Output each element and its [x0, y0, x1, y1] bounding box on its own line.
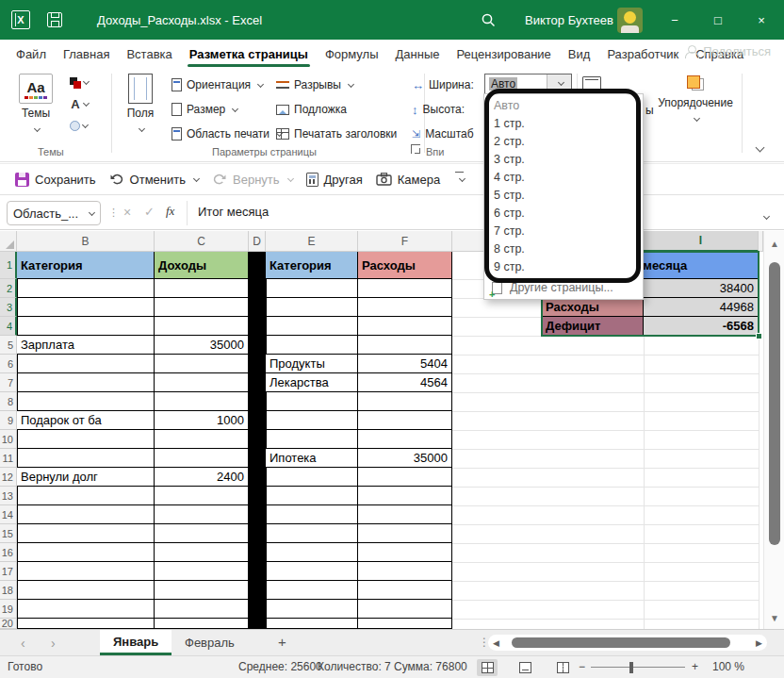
column-header-D[interactable]: D [249, 231, 266, 252]
cell-E5[interactable] [266, 336, 358, 355]
cell-B6[interactable] [17, 355, 155, 373]
print-titles-button[interactable]: Печатать заголовки [276, 124, 397, 144]
dropdown-item[interactable]: 3 стр. [484, 151, 643, 169]
add-sheet-button[interactable]: + [278, 634, 286, 650]
row-header-12[interactable]: 12 [0, 468, 17, 487]
row-header-17[interactable]: 17 [0, 562, 17, 581]
row-header-14[interactable]: 14 [0, 505, 17, 524]
row-header-16[interactable]: 16 [0, 543, 17, 562]
row-header-20[interactable]: 20 [0, 619, 17, 629]
sheet-tab-0[interactable]: Январь [100, 630, 172, 655]
expand-formula-bar-icon[interactable] [761, 207, 769, 224]
maximize-button[interactable]: □ [697, 0, 739, 40]
cell-B15[interactable] [17, 524, 155, 543]
cell-C16[interactable] [155, 543, 249, 562]
cell-F4[interactable] [358, 317, 452, 336]
sheet-options-icon[interactable] [582, 76, 601, 91]
row-header-9[interactable]: 9 [0, 411, 17, 430]
dropdown-item[interactable]: Авто [484, 97, 643, 115]
cell-F2[interactable] [358, 279, 452, 298]
cell-C3[interactable] [155, 298, 249, 317]
cell-C20[interactable] [155, 619, 249, 629]
ribbon-tab-0[interactable]: Файл [8, 42, 55, 68]
camera-button[interactable]: Камера [376, 173, 440, 187]
sheet-tab-1[interactable]: Февраль [172, 630, 248, 655]
cell-C10[interactable] [155, 430, 249, 449]
cell-B3[interactable] [17, 298, 155, 317]
cell-E4[interactable] [266, 317, 358, 336]
name-box[interactable]: Область_... [7, 201, 101, 225]
cell-B20[interactable] [17, 619, 155, 629]
cell-F19[interactable] [358, 600, 452, 619]
cell-B11[interactable] [17, 449, 155, 468]
row-header-18[interactable]: 18 [0, 581, 17, 600]
row-header-1[interactable]: 1 [0, 252, 17, 279]
cell-E9[interactable] [266, 411, 358, 430]
horizontal-scrollbar[interactable]: ◀ ▶ [488, 635, 767, 651]
column-header-B[interactable]: B [17, 231, 155, 252]
cell-E20[interactable] [266, 619, 358, 629]
cell-E6[interactable]: Продукты [266, 355, 358, 373]
cell-E3[interactable] [266, 298, 358, 317]
search-icon[interactable] [481, 0, 497, 40]
cell-E1[interactable]: Категория [266, 252, 358, 279]
theme-fonts-button[interactable]: A [70, 95, 104, 113]
cell-F6[interactable]: 5404 [358, 355, 452, 373]
cell-F9[interactable] [358, 411, 452, 430]
avatar[interactable] [617, 0, 643, 40]
scroll-up-icon[interactable]: ▲ [764, 239, 784, 249]
cell-B8[interactable] [17, 392, 155, 411]
cell-B16[interactable] [17, 543, 155, 562]
cell-F18[interactable] [358, 581, 452, 600]
user-name[interactable]: Виктор Бухтеев [525, 0, 613, 40]
cell-I3[interactable]: 44968 [644, 298, 759, 317]
cell-E8[interactable] [266, 392, 358, 411]
cell-C1[interactable]: Доходы [155, 252, 249, 279]
row-header-6[interactable]: 6 [0, 355, 17, 373]
breaks-button[interactable]: Разрывы [276, 74, 353, 95]
autosave-save-icon[interactable] [47, 0, 62, 40]
enter-icon[interactable]: ✓ [144, 205, 155, 219]
cell-C8[interactable] [155, 392, 249, 411]
cell-B18[interactable] [17, 581, 155, 600]
horizontal-scroll-thumb[interactable] [512, 637, 730, 648]
cell-E2[interactable] [266, 279, 358, 298]
cell-B13[interactable] [17, 487, 155, 505]
cell-C9[interactable]: 1000 [155, 411, 249, 430]
ribbon-tab-2[interactable]: Вставка [118, 42, 180, 68]
insert-function-icon[interactable]: fx [166, 204, 174, 219]
vertical-scroll-thumb[interactable] [769, 262, 780, 545]
zoom-percentage[interactable]: 100 % [712, 660, 744, 673]
cell-B5[interactable]: Зарплата [17, 336, 155, 355]
row-header-3[interactable]: 3 [0, 298, 17, 317]
cell-E18[interactable] [266, 581, 358, 600]
formula-bar-handle[interactable]: ⋮ [108, 207, 119, 219]
dropdown-item[interactable]: 1 стр. [484, 115, 643, 133]
width-combobox[interactable]: Авто [484, 74, 572, 94]
cell-F1[interactable]: Расходы [358, 252, 452, 279]
column-header-F[interactable]: F [358, 231, 452, 252]
vertical-scrollbar[interactable]: ▲ ▼ [763, 231, 784, 629]
cell-E16[interactable] [266, 543, 358, 562]
cell-E14[interactable] [266, 505, 358, 524]
dropdown-item[interactable]: 9 стр. [484, 258, 643, 276]
dropdown-item[interactable]: 4 стр. [484, 169, 643, 187]
cell-C13[interactable] [155, 487, 249, 505]
formula-input[interactable]: Итог месяца [198, 205, 269, 219]
cell-C7[interactable] [155, 373, 249, 392]
other-button[interactable]: Другая [306, 173, 363, 187]
ribbon-tab-3[interactable]: Разметка страницы [181, 42, 317, 68]
ribbon-tab-6[interactable]: Рецензирование [448, 42, 559, 68]
themes-button[interactable]: Aa Темы [11, 74, 60, 137]
minimize-button[interactable]: − [654, 0, 695, 40]
ribbon-tab-8[interactable]: Разработчик [598, 42, 687, 68]
scroll-right-icon[interactable]: ▶ [751, 638, 767, 648]
cell-C5[interactable]: 35000 [155, 336, 249, 355]
cell-F8[interactable] [358, 392, 452, 411]
page-layout-view-button[interactable] [514, 659, 535, 676]
print-area-button[interactable]: Область печати [172, 124, 282, 144]
qat-overflow-button[interactable] [457, 176, 465, 183]
save-button[interactable]: Сохранить [15, 173, 96, 187]
cell-B10[interactable] [17, 430, 155, 449]
cell-B2[interactable] [17, 279, 155, 298]
